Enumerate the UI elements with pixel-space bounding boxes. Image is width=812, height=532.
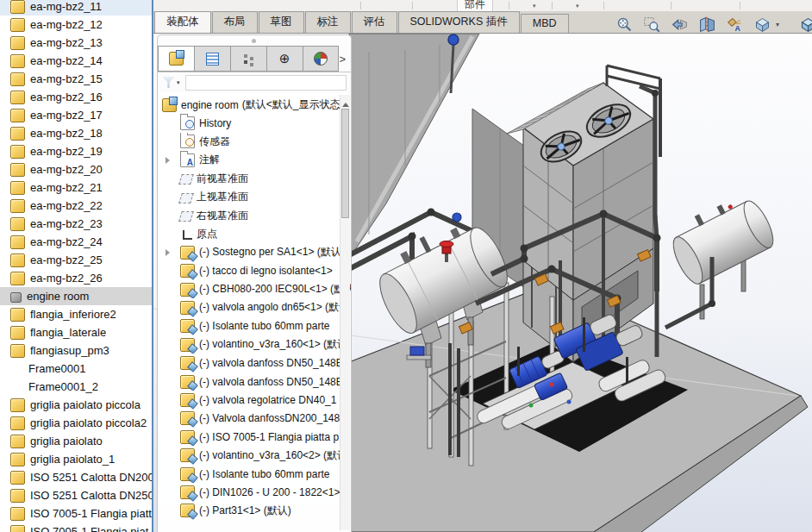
- tree-item[interactable]: (-) tacco di legno isolante<1>: [158, 262, 351, 280]
- panel-collapse-arrow[interactable]: >: [339, 46, 351, 72]
- hide-show-items-icon[interactable]: A: [724, 14, 746, 34]
- file-list-item[interactable]: ISO 5251 Calotta DN250: [0, 486, 152, 504]
- tree-item-label: 原点: [197, 227, 217, 241]
- tab-dimxpert-manager[interactable]: ⊕: [267, 46, 303, 72]
- tree-item-icon: [180, 393, 195, 407]
- ribbon-tab[interactable]: 装配体: [154, 11, 211, 33]
- tree-item[interactable]: (-) valvola regolatrice DN40_1: [158, 391, 351, 409]
- tree-item-label: (-) CBH080-200 IEC90L<1> (默认: [199, 282, 351, 297]
- file-list-item[interactable]: flangiasup_pm3: [0, 341, 152, 360]
- tree-item[interactable]: (-) ISO 7005-1 Flangia piatta p: [158, 428, 351, 446]
- file-list-item[interactable]: ea-mg-bz2_18: [0, 124, 152, 142]
- tree-item[interactable]: (-) DIN1026 - U 200 - 1822<1>: [158, 483, 351, 501]
- file-list-item[interactable]: griglia paiolato piccola2: [0, 414, 152, 432]
- tree-item[interactable]: (-) valvola danfoss DN50_148B: [158, 354, 351, 372]
- tree-item[interactable]: 传感器: [158, 133, 351, 151]
- tree-root-assembly[interactable]: engine room (默认<默认_显示状态: [158, 96, 351, 114]
- zoom-to-area-icon[interactable]: [641, 14, 664, 34]
- file-list-item[interactable]: ea-mg-bz2_11: [0, 0, 152, 16]
- blue-valve-pipe: [453, 213, 461, 222]
- filter-funnel-icon[interactable]: [162, 77, 175, 88]
- file-list-item[interactable]: ISO 7005-1 Flangia piatt: [0, 504, 152, 523]
- tab-propertymanager[interactable]: [195, 46, 231, 72]
- file-list-item[interactable]: ea-mg-bz2_12: [0, 16, 152, 34]
- tree-item[interactable]: (-) valvola danfoss DN50_148B: [158, 372, 351, 391]
- tree-item[interactable]: History: [158, 114, 351, 132]
- file-list-item[interactable]: ea-mg-bz2_19: [0, 142, 152, 160]
- previous-view-icon[interactable]: [669, 14, 691, 34]
- file-list-item[interactable]: griglia paiolato_1: [0, 450, 152, 468]
- file-list-item[interactable]: griglia paiolato piccola: [0, 396, 152, 414]
- expand-arrow-icon[interactable]: [166, 249, 170, 256]
- panel-drag-handle[interactable]: [157, 34, 352, 46]
- file-list-item[interactable]: ea-mg-bz2_24: [0, 233, 152, 251]
- file-list-item[interactable]: ea-mg-bz2_17: [0, 106, 152, 124]
- file-list-item[interactable]: Frame0001_2: [0, 378, 152, 396]
- filter-input[interactable]: [185, 75, 347, 91]
- file-list-item[interactable]: ea-mg-bz2_21: [0, 178, 152, 197]
- ribbon-tab[interactable]: 草图: [259, 11, 304, 33]
- file-list-item[interactable]: ea-mg-bz2_25: [0, 251, 152, 269]
- view-orientation-icon[interactable]: [752, 14, 774, 34]
- tree-item[interactable]: 前视基准面: [158, 170, 351, 188]
- tree-item[interactable]: 原点: [158, 225, 351, 243]
- file-list-item[interactable]: flangia_inferiore2: [0, 305, 152, 323]
- tree-item[interactable]: (-) Valvola danfossDN200_148: [158, 410, 351, 428]
- file-list-item[interactable]: ea-mg-bz2_20: [0, 160, 152, 178]
- file-list-item[interactable]: flangia_laterale: [0, 323, 152, 341]
- tree-item-label: (-) volantino_v3ra_160<2> (默认: [199, 448, 347, 463]
- file-list-item[interactable]: ea-mg-bz2_14: [0, 52, 152, 70]
- scrollbar-thumb[interactable]: [341, 109, 349, 218]
- tree-item[interactable]: 右视基准面: [158, 206, 351, 224]
- ribbon-tab[interactable]: 标注: [305, 11, 351, 33]
- tree-item[interactable]: (-) volantino_v3ra_160<1> (默认: [158, 335, 351, 354]
- file-label: flangiasup_pm3: [30, 344, 109, 357]
- tree-item[interactable]: (-) CBH080-200 IEC90L<1> (默认: [158, 280, 351, 298]
- blue-valve-top: [448, 34, 459, 45]
- tree-item[interactable]: (-) volantino_v3ra_160<2> (默认: [158, 446, 351, 464]
- tab-configuration-manager[interactable]: [231, 46, 267, 72]
- tree-item[interactable]: (-) Sostegno per SA1<1> (默认: [158, 243, 351, 261]
- file-list-item[interactable]: ISO 5251 Calotta DN200: [0, 468, 152, 486]
- file-label: ISO 5251 Calotta DN200: [30, 471, 152, 484]
- view-orientation-dropdown-icon[interactable]: ▾: [776, 21, 779, 28]
- ribbon-tab[interactable]: SOLIDWORKS 插件: [398, 11, 520, 33]
- file-list-item[interactable]: ea-mg-bz2_23: [0, 215, 152, 233]
- display-style-icon[interactable]: [796, 14, 812, 34]
- partial-toolbar-button[interactable]: 部件: [457, 0, 493, 12]
- tree-item[interactable]: (-) valvola angolo dn65<1> (默认: [158, 298, 351, 316]
- zoom-to-fit-icon[interactable]: [614, 14, 636, 34]
- file-list-item[interactable]: ea-mg-bz2_16: [0, 88, 152, 106]
- tree-item-icon: [180, 375, 195, 389]
- section-view-icon[interactable]: [696, 14, 719, 34]
- propertymanager-icon: [206, 53, 219, 66]
- file-list-item[interactable]: ea-mg-bz2_26: [0, 269, 152, 287]
- scroll-up-icon[interactable]: [341, 97, 349, 106]
- tree-item[interactable]: 上视基准面: [158, 188, 351, 206]
- ribbon-tab[interactable]: 评估: [352, 11, 397, 33]
- tree-item[interactable]: (-) Part31<1> (默认): [158, 502, 351, 520]
- file-label: engine room: [27, 290, 89, 303]
- expand-arrow-icon[interactable]: [166, 157, 170, 164]
- filter-dropdown-icon[interactable]: ▾: [177, 79, 180, 86]
- file-list-item[interactable]: engine room: [0, 287, 152, 305]
- tab-featuremanager-tree[interactable]: [158, 46, 195, 72]
- tree-item[interactable]: 注解: [158, 151, 351, 169]
- ribbon-tab[interactable]: MBD: [521, 14, 569, 33]
- file-list-item[interactable]: ea-mg-bz2_22: [0, 197, 152, 215]
- part-icon: [10, 272, 25, 285]
- ribbon-tab[interactable]: 布局: [212, 11, 258, 33]
- solidworks-window: 部件 ▾ ▾ 装配体 布局 草图 标注 评估 SOLIDWORKS 插件 MBD: [0, 0, 812, 532]
- part-icon: [10, 253, 25, 267]
- mini-dropdown-icon: ▾: [533, 3, 536, 9]
- file-list-item[interactable]: Frame0001: [0, 360, 152, 378]
- tab-display-manager[interactable]: [303, 46, 340, 72]
- file-list-item[interactable]: griglia paiolato: [0, 432, 152, 450]
- tree-item[interactable]: (-) Isolante tubo 60mm parte: [158, 317, 351, 335]
- file-list-item[interactable]: ea-mg-bz2_13: [0, 34, 152, 52]
- file-list-item[interactable]: ea-mg-bz2_15: [0, 70, 152, 88]
- tree-item-icon: [183, 230, 192, 240]
- file-list-item[interactable]: ISO 7005-1 Flangia piat: [0, 523, 152, 532]
- tree-item[interactable]: (-) Isolante tubo 60mm parte: [158, 465, 351, 483]
- tree-scrollbar[interactable]: [340, 95, 350, 530]
